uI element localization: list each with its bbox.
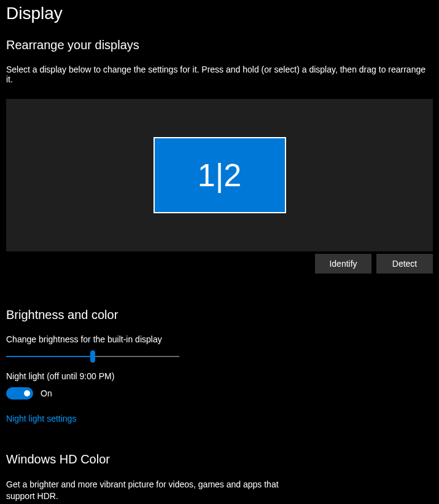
slider-thumb[interactable] bbox=[90, 350, 95, 363]
identify-button[interactable]: Identify bbox=[315, 254, 371, 274]
night-light-toggle[interactable] bbox=[6, 387, 33, 400]
display-arrangement-area: 1|2 bbox=[6, 99, 433, 251]
toggle-state-label: On bbox=[41, 388, 52, 398]
hd-color-description: Get a brighter and more vibrant picture … bbox=[6, 479, 289, 502]
brightness-slider-label: Change brightness for the built-in displ… bbox=[6, 334, 433, 344]
night-light-toggle-row: On bbox=[6, 387, 433, 400]
rearrange-section-title: Rearrange your displays bbox=[6, 38, 433, 52]
rearrange-instruction: Select a display below to change the set… bbox=[6, 65, 433, 84]
display-buttons-row: Identify Detect bbox=[6, 254, 433, 274]
night-light-label: Night light (off until 9:00 PM) bbox=[6, 371, 433, 381]
display-tile[interactable]: 1|2 bbox=[153, 137, 286, 213]
brightness-section-title: Brightness and color bbox=[6, 308, 433, 322]
toggle-knob bbox=[24, 390, 30, 396]
detect-button[interactable]: Detect bbox=[376, 254, 433, 274]
night-light-settings-link[interactable]: Night light settings bbox=[6, 414, 76, 423]
hd-color-section-title: Windows HD Color bbox=[6, 452, 433, 467]
page-title: Display bbox=[6, 4, 433, 23]
slider-fill bbox=[6, 356, 93, 357]
brightness-slider[interactable] bbox=[6, 350, 179, 363]
